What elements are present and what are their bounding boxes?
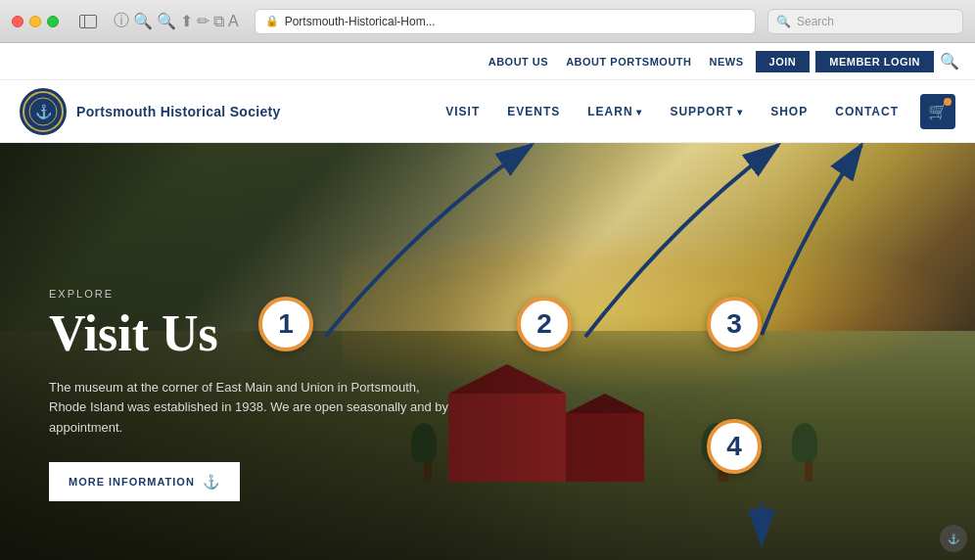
visit-title: Visit Us: [49, 305, 460, 361]
main-nav: ⚓ Portsmouth Historical Society VISIT EV…: [0, 80, 975, 143]
zoom-out-icon[interactable]: 🔍: [133, 12, 153, 30]
close-button[interactable]: [12, 16, 23, 27]
search-trigger-button[interactable]: 🔍: [940, 52, 959, 70]
logo-svg: ⚓: [23, 91, 64, 132]
svg-text:⚓: ⚓: [35, 104, 53, 120]
nav-shop[interactable]: SHOP: [757, 105, 821, 118]
zoom-in-icon[interactable]: 🔍: [157, 12, 176, 30]
more-information-button[interactable]: MORE INFORMATION ⚓: [49, 462, 240, 501]
info-icon[interactable]: ⓘ: [114, 11, 129, 31]
hero-section: EXPLORE Visit Us The museum at the corne…: [0, 143, 975, 560]
font-icon[interactable]: A: [228, 13, 239, 30]
join-button[interactable]: JOIN: [756, 51, 811, 72]
nav-controls: ⓘ 🔍 🔍 ⬆ ✏ ⧉ A: [114, 11, 239, 31]
more-info-label: MORE INFORMATION: [69, 476, 195, 488]
member-login-button[interactable]: MEMBER LOGIN: [815, 51, 934, 72]
search-placeholder: Search: [797, 15, 834, 28]
traffic-lights: [12, 16, 59, 27]
logo-area[interactable]: ⚓ Portsmouth Historical Society: [20, 88, 281, 135]
cart-button[interactable]: 🛒: [920, 94, 955, 129]
lock-icon: 🔒: [265, 15, 279, 27]
nav-support[interactable]: SUPPORT: [656, 105, 757, 118]
url-bar[interactable]: 🔒 Portsmouth-Historical-Hom...: [255, 9, 756, 34]
fullscreen-button[interactable]: [47, 16, 59, 27]
cart-badge: [944, 98, 952, 106]
news-link[interactable]: NEWS: [704, 56, 750, 68]
explore-label: EXPLORE: [49, 288, 460, 300]
website-content: ABOUT US ABOUT PORTSMOUTH NEWS JOIN MEMB…: [0, 43, 975, 560]
utility-nav: ABOUT US ABOUT PORTSMOUTH NEWS JOIN MEMB…: [0, 43, 975, 80]
nav-visit[interactable]: VISIT: [432, 105, 493, 118]
share-icon[interactable]: ⬆: [180, 12, 193, 30]
nav-learn[interactable]: LEARN: [574, 105, 656, 118]
search-magnifier-icon: 🔍: [776, 15, 791, 28]
search-bar[interactable]: 🔍 Search: [767, 9, 963, 34]
nav-contact[interactable]: CONTACT: [821, 105, 912, 118]
hero-content: EXPLORE Visit Us The museum at the corne…: [49, 288, 460, 501]
logo-circle: ⚓: [20, 88, 67, 135]
edit-icon[interactable]: ✏: [197, 12, 209, 30]
tab-icon: [79, 15, 97, 28]
nav-items: VISIT EVENTS LEARN SUPPORT SHOP CONTACT …: [432, 94, 955, 129]
tab-switcher-button[interactable]: [74, 12, 102, 31]
about-portsmouth-link[interactable]: ABOUT PORTSMOUTH: [560, 56, 697, 68]
logo-text: Portsmouth Historical Society: [76, 104, 281, 119]
about-us-link[interactable]: ABOUT US: [483, 56, 554, 68]
browser-chrome: ⓘ 🔍 🔍 ⬆ ✏ ⧉ A 🔒 Portsmouth-Historical-Ho…: [0, 0, 975, 43]
duplicate-icon[interactable]: ⧉: [213, 13, 224, 30]
nav-events[interactable]: EVENTS: [493, 105, 574, 118]
watermark: ⚓: [940, 525, 967, 552]
minimize-button[interactable]: [29, 16, 41, 27]
visit-description: The museum at the corner of East Main an…: [49, 378, 460, 439]
anchor-icon: ⚓: [203, 474, 220, 490]
url-text: Portsmouth-Historical-Hom...: [285, 15, 745, 28]
